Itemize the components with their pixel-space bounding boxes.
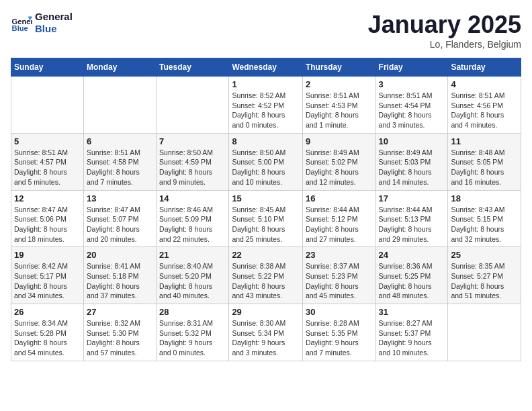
day-number: 24: [379, 250, 445, 260]
calendar-cell: 17Sunrise: 8:44 AM Sunset: 5:13 PM Dayli…: [375, 190, 448, 247]
day-number: 28: [159, 307, 226, 317]
calendar-cell: 26Sunrise: 8:34 AM Sunset: 5:28 PM Dayli…: [11, 304, 84, 361]
calendar-cell: 29Sunrise: 8:30 AM Sunset: 5:34 PM Dayli…: [229, 304, 303, 361]
calendar-cell: 24Sunrise: 8:36 AM Sunset: 5:25 PM Dayli…: [375, 247, 448, 304]
calendar-cell: 4Sunrise: 8:51 AM Sunset: 4:56 PM Daylig…: [448, 77, 521, 134]
day-info: Sunrise: 8:51 AM Sunset: 4:57 PM Dayligh…: [14, 148, 81, 187]
col-header-monday: Monday: [83, 58, 156, 77]
calendar-cell: 30Sunrise: 8:28 AM Sunset: 5:35 PM Dayli…: [302, 304, 375, 361]
calendar-cell: 16Sunrise: 8:44 AM Sunset: 5:12 PM Dayli…: [302, 190, 375, 247]
day-number: 18: [451, 193, 518, 203]
day-number: 9: [306, 136, 373, 146]
day-info: Sunrise: 8:35 AM Sunset: 5:27 PM Dayligh…: [451, 261, 518, 301]
day-info: Sunrise: 8:51 AM Sunset: 4:53 PM Dayligh…: [306, 91, 373, 130]
week-row-2: 5Sunrise: 8:51 AM Sunset: 4:57 PM Daylig…: [11, 133, 521, 190]
calendar-cell: [11, 77, 84, 134]
day-info: Sunrise: 8:31 AM Sunset: 5:32 PM Dayligh…: [159, 318, 226, 358]
day-number: 4: [451, 79, 518, 89]
day-number: 19: [14, 250, 81, 260]
calendar-cell: [83, 77, 156, 134]
day-number: 22: [232, 250, 300, 260]
day-info: Sunrise: 8:30 AM Sunset: 5:34 PM Dayligh…: [232, 318, 300, 358]
calendar-cell: 25Sunrise: 8:35 AM Sunset: 5:27 PM Dayli…: [448, 247, 521, 304]
day-info: Sunrise: 8:28 AM Sunset: 5:35 PM Dayligh…: [306, 318, 373, 358]
day-info: Sunrise: 8:41 AM Sunset: 5:18 PM Dayligh…: [87, 261, 153, 301]
day-number: 2: [306, 79, 373, 89]
day-number: 15: [232, 193, 300, 203]
day-info: Sunrise: 8:44 AM Sunset: 5:13 PM Dayligh…: [379, 205, 445, 244]
calendar-header: SundayMondayTuesdayWednesdayThursdayFrid…: [11, 58, 521, 77]
day-info: Sunrise: 8:34 AM Sunset: 5:28 PM Dayligh…: [14, 318, 81, 358]
day-info: Sunrise: 8:51 AM Sunset: 4:54 PM Dayligh…: [379, 91, 445, 130]
calendar-cell: 7Sunrise: 8:50 AM Sunset: 4:59 PM Daylig…: [157, 133, 229, 190]
logo-blue: Blue: [35, 23, 73, 35]
calendar-cell: 2Sunrise: 8:51 AM Sunset: 4:53 PM Daylig…: [302, 77, 375, 134]
day-info: Sunrise: 8:36 AM Sunset: 5:25 PM Dayligh…: [379, 261, 445, 301]
day-number: 12: [14, 193, 81, 203]
day-info: Sunrise: 8:52 AM Sunset: 4:52 PM Dayligh…: [232, 91, 300, 130]
col-header-saturday: Saturday: [448, 58, 521, 77]
page-header: General Blue General Blue January 2025 L…: [11, 11, 521, 50]
day-number: 31: [379, 307, 445, 317]
calendar-title: January 2025: [368, 11, 521, 39]
calendar-table: SundayMondayTuesdayWednesdayThursdayFrid…: [11, 58, 521, 361]
col-header-wednesday: Wednesday: [229, 58, 303, 77]
day-number: 23: [306, 250, 373, 260]
calendar-cell: 18Sunrise: 8:43 AM Sunset: 5:15 PM Dayli…: [448, 190, 521, 247]
day-info: Sunrise: 8:43 AM Sunset: 5:15 PM Dayligh…: [451, 205, 518, 244]
day-info: Sunrise: 8:50 AM Sunset: 4:59 PM Dayligh…: [159, 148, 226, 187]
day-number: 17: [379, 193, 445, 203]
day-number: 3: [379, 79, 445, 89]
calendar-cell: 19Sunrise: 8:42 AM Sunset: 5:17 PM Dayli…: [11, 247, 84, 304]
calendar-cell: 1Sunrise: 8:52 AM Sunset: 4:52 PM Daylig…: [229, 77, 303, 134]
calendar-cell: [448, 304, 521, 361]
calendar-cell: [157, 77, 229, 134]
day-info: Sunrise: 8:47 AM Sunset: 5:06 PM Dayligh…: [14, 205, 81, 244]
week-row-3: 12Sunrise: 8:47 AM Sunset: 5:06 PM Dayli…: [11, 190, 521, 247]
day-number: 27: [87, 307, 153, 317]
day-number: 20: [87, 250, 153, 260]
day-info: Sunrise: 8:50 AM Sunset: 5:00 PM Dayligh…: [232, 148, 300, 187]
logo-general: General: [35, 11, 73, 23]
day-number: 8: [232, 136, 300, 146]
svg-text:Blue: Blue: [12, 24, 28, 32]
calendar-subtitle: Lo, Flanders, Belgium: [368, 39, 521, 50]
col-header-tuesday: Tuesday: [157, 58, 229, 77]
calendar-cell: 13Sunrise: 8:47 AM Sunset: 5:07 PM Dayli…: [83, 190, 156, 247]
week-row-5: 26Sunrise: 8:34 AM Sunset: 5:28 PM Dayli…: [11, 304, 521, 361]
calendar-cell: 11Sunrise: 8:48 AM Sunset: 5:05 PM Dayli…: [448, 133, 521, 190]
day-number: 14: [159, 193, 226, 203]
day-number: 10: [379, 136, 445, 146]
col-header-friday: Friday: [375, 58, 448, 77]
day-number: 29: [232, 307, 300, 317]
col-header-thursday: Thursday: [302, 58, 375, 77]
day-number: 25: [451, 250, 518, 260]
day-info: Sunrise: 8:45 AM Sunset: 5:10 PM Dayligh…: [232, 205, 300, 244]
week-row-4: 19Sunrise: 8:42 AM Sunset: 5:17 PM Dayli…: [11, 247, 521, 304]
day-info: Sunrise: 8:44 AM Sunset: 5:12 PM Dayligh…: [306, 205, 373, 244]
day-number: 1: [232, 79, 300, 89]
title-block: January 2025 Lo, Flanders, Belgium: [368, 11, 521, 50]
day-info: Sunrise: 8:47 AM Sunset: 5:07 PM Dayligh…: [87, 205, 153, 244]
calendar-cell: 27Sunrise: 8:32 AM Sunset: 5:30 PM Dayli…: [83, 304, 156, 361]
col-header-sunday: Sunday: [11, 58, 84, 77]
day-info: Sunrise: 8:32 AM Sunset: 5:30 PM Dayligh…: [87, 318, 153, 358]
calendar-cell: 5Sunrise: 8:51 AM Sunset: 4:57 PM Daylig…: [11, 133, 84, 190]
day-info: Sunrise: 8:49 AM Sunset: 5:03 PM Dayligh…: [379, 148, 445, 187]
calendar-cell: 31Sunrise: 8:27 AM Sunset: 5:37 PM Dayli…: [375, 304, 448, 361]
day-number: 16: [306, 193, 373, 203]
calendar-cell: 14Sunrise: 8:46 AM Sunset: 5:09 PM Dayli…: [157, 190, 229, 247]
day-number: 11: [451, 136, 518, 146]
calendar-cell: 21Sunrise: 8:40 AM Sunset: 5:20 PM Dayli…: [157, 247, 229, 304]
day-number: 26: [14, 307, 81, 317]
day-info: Sunrise: 8:46 AM Sunset: 5:09 PM Dayligh…: [159, 205, 226, 244]
calendar-cell: 28Sunrise: 8:31 AM Sunset: 5:32 PM Dayli…: [157, 304, 229, 361]
logo-icon: General Blue: [11, 12, 32, 34]
day-info: Sunrise: 8:48 AM Sunset: 5:05 PM Dayligh…: [451, 148, 518, 187]
day-info: Sunrise: 8:42 AM Sunset: 5:17 PM Dayligh…: [14, 261, 81, 301]
calendar-cell: 22Sunrise: 8:38 AM Sunset: 5:22 PM Dayli…: [229, 247, 303, 304]
day-info: Sunrise: 8:51 AM Sunset: 4:56 PM Dayligh…: [451, 91, 518, 130]
day-info: Sunrise: 8:49 AM Sunset: 5:02 PM Dayligh…: [306, 148, 373, 187]
calendar-cell: 23Sunrise: 8:37 AM Sunset: 5:23 PM Dayli…: [302, 247, 375, 304]
day-info: Sunrise: 8:40 AM Sunset: 5:20 PM Dayligh…: [159, 261, 226, 301]
